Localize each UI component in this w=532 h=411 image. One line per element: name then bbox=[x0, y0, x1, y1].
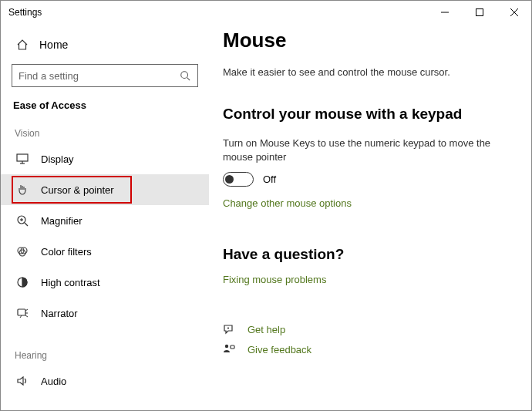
svg-rect-20 bbox=[231, 345, 234, 349]
svg-rect-6 bbox=[17, 154, 28, 161]
nav-label: Color filters bbox=[41, 246, 92, 258]
link-give-feedback[interactable]: Give feedback bbox=[247, 344, 311, 355]
category-hearing: Hearing bbox=[15, 350, 198, 361]
cursor-icon bbox=[16, 184, 29, 196]
help-links: Get help Give feedback bbox=[223, 319, 511, 359]
control-description: Turn on Mouse Keys to use the numeric ke… bbox=[223, 136, 511, 164]
colorfilters-icon bbox=[16, 245, 29, 258]
question-section: Have a question? Fixing mouse problems bbox=[223, 246, 511, 285]
home-label: Home bbox=[39, 39, 68, 51]
narrator-icon bbox=[16, 307, 29, 319]
svg-point-19 bbox=[225, 345, 228, 348]
svg-line-10 bbox=[25, 223, 28, 226]
feedback-row[interactable]: Give feedback bbox=[223, 339, 511, 359]
sidebar-item-highcontrast[interactable]: High contrast bbox=[1, 267, 209, 298]
page-title: Mouse bbox=[223, 29, 511, 52]
section-heading: Ease of Access bbox=[13, 99, 198, 111]
main-pane: Mouse Make it easier to see and control … bbox=[209, 24, 531, 410]
control-heading: Control your mouse with a keypad bbox=[223, 106, 511, 123]
mousekeys-toggle-row: Off bbox=[223, 172, 511, 187]
sidebar-item-audio[interactable]: Audio bbox=[1, 366, 209, 396]
link-fixing-problems[interactable]: Fixing mouse problems bbox=[223, 274, 511, 285]
link-other-mouse-options[interactable]: Change other mouse options bbox=[223, 197, 511, 209]
sidebar-item-colorfilters[interactable]: Color filters bbox=[1, 236, 209, 267]
minimize-button[interactable] bbox=[427, 1, 462, 24]
home-icon bbox=[16, 39, 29, 51]
get-help-row[interactable]: Get help bbox=[223, 319, 511, 339]
window-controls bbox=[427, 1, 531, 24]
nav-label: Display bbox=[41, 153, 74, 165]
search-placeholder: Find a setting bbox=[19, 70, 79, 82]
svg-line-5 bbox=[187, 78, 190, 81]
close-button[interactable] bbox=[497, 1, 531, 24]
nav-label: Magnifier bbox=[41, 215, 82, 227]
sidebar: Home Find a setting Ease of Access Visio… bbox=[1, 24, 209, 410]
audio-icon bbox=[16, 375, 29, 387]
svg-point-18 bbox=[228, 328, 229, 328]
highcontrast-icon bbox=[16, 276, 29, 288]
sidebar-item-narrator[interactable]: Narrator bbox=[1, 298, 209, 328]
category-vision: Vision bbox=[15, 128, 198, 139]
maximize-button[interactable] bbox=[462, 1, 497, 24]
link-get-help[interactable]: Get help bbox=[247, 324, 285, 335]
mousekeys-toggle[interactable] bbox=[223, 172, 254, 187]
page-description: Make it easier to see and control the mo… bbox=[223, 66, 511, 78]
sidebar-item-cursor[interactable]: Cursor & pointer bbox=[1, 174, 209, 205]
nav-label: Cursor & pointer bbox=[41, 184, 114, 196]
home-nav[interactable]: Home bbox=[12, 30, 198, 59]
sidebar-item-display[interactable]: Display bbox=[1, 143, 209, 174]
toggle-knob bbox=[225, 175, 234, 184]
feedback-icon bbox=[223, 343, 235, 355]
svg-rect-1 bbox=[476, 9, 483, 16]
window-title: Settings bbox=[8, 7, 42, 18]
gethelp-icon bbox=[223, 323, 235, 335]
toggle-state-label: Off bbox=[263, 173, 276, 185]
nav-label: Audio bbox=[41, 376, 66, 387]
magnifier-icon bbox=[16, 214, 29, 227]
search-icon bbox=[179, 69, 191, 82]
search-input[interactable]: Find a setting bbox=[12, 64, 198, 87]
nav-label: High contrast bbox=[41, 277, 100, 288]
display-icon bbox=[16, 153, 29, 165]
question-heading: Have a question? bbox=[223, 246, 511, 263]
titlebar: Settings bbox=[1, 1, 531, 24]
svg-point-4 bbox=[181, 72, 188, 79]
content: Home Find a setting Ease of Access Visio… bbox=[1, 24, 531, 410]
sidebar-item-magnifier[interactable]: Magnifier bbox=[1, 205, 209, 236]
svg-rect-17 bbox=[18, 309, 25, 315]
nav-label: Narrator bbox=[41, 308, 78, 319]
